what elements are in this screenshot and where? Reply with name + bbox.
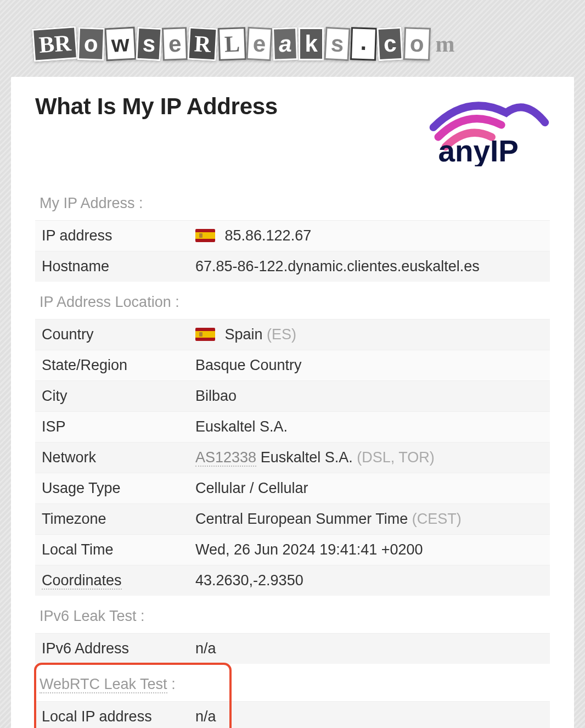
row-hostname: Hostname 67.85-86-122.dynamic.clientes.e… [35, 251, 550, 282]
value-state: Basque Country [189, 350, 550, 380]
row-timezone: Timezone Central European Summer Time (C… [35, 503, 550, 534]
spain-flag-icon [195, 229, 215, 242]
value-local-time: Wed, 26 Jun 2024 19:41:41 +0200 [189, 534, 550, 565]
label-usage-type: Usage Type [35, 473, 189, 503]
row-network: Network AS12338 Euskaltel S.A. (DSL, TOR… [35, 442, 550, 473]
row-webrtc-local: Local IP address n/a [35, 701, 550, 728]
section-my-ip: My IP Address : [35, 189, 148, 218]
section-location: IP Address Location : [35, 288, 184, 317]
value-isp: Euskaltel S.A. [189, 411, 550, 442]
label-ip-address: IP address [35, 220, 189, 251]
row-country: Country Spain (ES) [35, 319, 550, 350]
row-ipv6-address: IPv6 Address n/a [35, 633, 550, 664]
label-country: Country [35, 319, 189, 350]
row-isp: ISP Euskaltel S.A. [35, 411, 550, 442]
label-timezone: Timezone [35, 503, 189, 534]
spain-flag-icon [195, 328, 215, 341]
sponsor-logo-anyip[interactable]: anyIP [424, 93, 550, 169]
page-title: What Is My IP Address [35, 93, 278, 120]
value-network-name: Euskaltel S.A. [261, 449, 353, 466]
value-city: Bilbao [189, 380, 550, 411]
label-network: Network [35, 442, 189, 473]
value-hostname: 67.85-86-122.dynamic.clientes.euskaltel.… [189, 251, 550, 282]
label-coordinates: Coordinates [42, 572, 122, 590]
value-webrtc-local: n/a [189, 701, 550, 728]
value-coordinates: 43.2630,-2.9350 [189, 565, 550, 596]
row-local-time: Local Time Wed, 26 Jun 2024 19:41:41 +02… [35, 534, 550, 565]
value-usage-type: Cellular / Cellular [189, 473, 550, 503]
site-logo[interactable]: BRowseRLeaks.com [11, 11, 574, 77]
row-coordinates: Coordinates 43.2630,-2.9350 [35, 565, 550, 596]
row-ip-address: IP address 85.86.122.67 [35, 220, 550, 251]
value-timezone-code: (CEST) [412, 511, 462, 527]
section-webrtc-leak: WebRTC Leak Test : [35, 670, 180, 699]
label-isp: ISP [35, 411, 189, 442]
value-country: Spain [225, 326, 263, 343]
svg-text:anyIP: anyIP [438, 134, 519, 166]
value-country-code: (ES) [267, 326, 296, 343]
row-usage-type: Usage Type Cellular / Cellular [35, 473, 550, 503]
label-webrtc-local: Local IP address [35, 701, 189, 728]
ip-info-card: What Is My IP Address anyIP My IP Addres… [11, 77, 574, 728]
label-state: State/Region [35, 350, 189, 380]
value-timezone: Central European Summer Time [195, 511, 408, 527]
row-city: City Bilbao [35, 380, 550, 411]
asn-link[interactable]: AS12338 [195, 449, 256, 467]
value-network-tags: (DSL, TOR) [357, 449, 435, 466]
label-city: City [35, 380, 189, 411]
label-local-time: Local Time [35, 534, 189, 565]
label-ipv6-address: IPv6 Address [35, 633, 189, 664]
row-state: State/Region Basque Country [35, 350, 550, 380]
section-ipv6-leak: IPv6 Leak Test : [35, 602, 149, 631]
label-hostname: Hostname [35, 251, 189, 282]
value-ipv6-address: n/a [189, 633, 550, 664]
value-ip-address: 85.86.122.67 [225, 227, 312, 244]
